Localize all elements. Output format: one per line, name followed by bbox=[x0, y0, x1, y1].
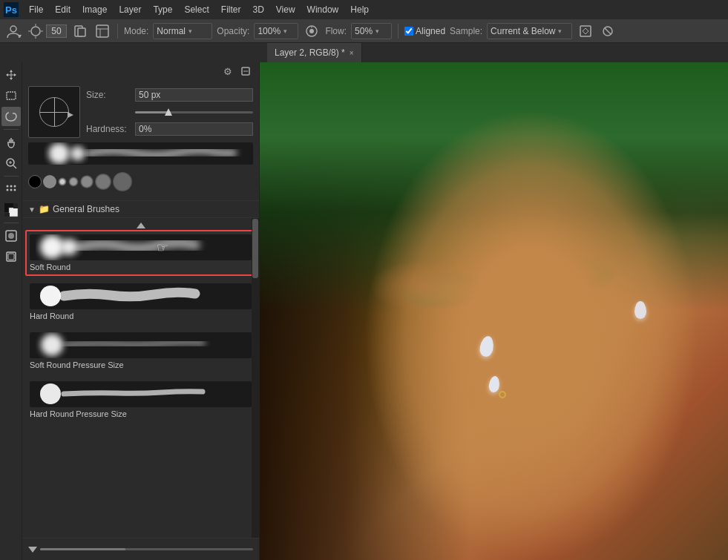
quick-mask-btn[interactable] bbox=[1, 226, 21, 246]
size-input[interactable]: 50 px bbox=[135, 88, 253, 102]
menu-file[interactable]: File bbox=[24, 3, 48, 16]
menu-layer[interactable]: Layer bbox=[114, 3, 146, 16]
swatch-md-soft[interactable] bbox=[68, 177, 79, 187]
airbrush-icon[interactable] bbox=[303, 22, 321, 40]
svg-point-24 bbox=[6, 185, 8, 188]
svg-point-46 bbox=[40, 383, 61, 404]
flow-label: Flow: bbox=[325, 26, 347, 36]
brush-settings-gear-icon[interactable]: ⚙ bbox=[220, 64, 235, 79]
brush-size-value[interactable]: 50 bbox=[46, 24, 67, 38]
sample-dropdown[interactable]: Current & Below ▾ bbox=[487, 23, 572, 39]
swatch-sm-soft[interactable] bbox=[58, 177, 67, 186]
brush-list-scrollbar[interactable] bbox=[252, 218, 259, 538]
brush-item-hard-pressure[interactable]: Hard Round Pressure Size bbox=[25, 377, 256, 423]
menu-3d[interactable]: 3D bbox=[247, 3, 269, 16]
sample-all-icon[interactable] bbox=[577, 22, 594, 40]
mode-dropdown[interactable]: Normal ▾ bbox=[153, 23, 212, 39]
rectangular-marquee-tool[interactable] bbox=[1, 86, 21, 105]
scroll-up-arrow[interactable] bbox=[137, 223, 145, 228]
size-slider-thumb bbox=[165, 108, 172, 116]
more-tools-btn[interactable] bbox=[1, 179, 21, 199]
flow-dropdown[interactable]: 50% ▾ bbox=[351, 23, 392, 39]
svg-point-35 bbox=[8, 233, 14, 239]
brush-preview-area: Size: 50 px bbox=[28, 86, 253, 138]
size-param-row: Size: 50 px bbox=[86, 88, 253, 102]
svg-rect-19 bbox=[7, 92, 16, 99]
aligned-checkbox[interactable] bbox=[404, 27, 413, 36]
brush-panel-top-icons: ⚙ bbox=[22, 62, 259, 80]
menu-filter[interactable]: Filter bbox=[216, 3, 246, 16]
tool-divider-3 bbox=[4, 223, 19, 223]
svg-rect-33 bbox=[13, 203, 18, 208]
svg-point-14 bbox=[309, 29, 314, 33]
ignore-adj-icon[interactable] bbox=[599, 22, 617, 40]
menu-select[interactable]: Select bbox=[179, 3, 214, 16]
toolbar: ▾ 50 Mode: Normal ▾ Opacity: 100% bbox=[0, 19, 728, 43]
brush-list: ☞ Soft Round Hard Round bbox=[22, 218, 259, 538]
svg-text:Ps: Ps bbox=[5, 4, 17, 16]
brush-item-soft-round[interactable]: ☞ Soft Round bbox=[25, 230, 256, 276]
screen-mode-btn[interactable] bbox=[1, 247, 21, 266]
user-icon-btn[interactable]: ▾ bbox=[4, 22, 22, 40]
swatch-soft-circle[interactable] bbox=[43, 175, 56, 188]
size-value: 50 px bbox=[139, 90, 160, 100]
hard-round-stroke-svg bbox=[36, 283, 214, 309]
menu-help[interactable]: Help bbox=[345, 3, 374, 16]
menu-type[interactable]: Type bbox=[148, 3, 177, 16]
brush-item-hard-round[interactable]: Hard Round bbox=[25, 279, 256, 325]
brush-swatches-row bbox=[28, 169, 253, 194]
swatch-black-square[interactable] bbox=[28, 175, 42, 188]
svg-point-40 bbox=[49, 143, 70, 164]
menu-view[interactable]: View bbox=[271, 3, 301, 16]
svg-rect-32 bbox=[4, 213, 10, 217]
move-tool[interactable] bbox=[1, 65, 21, 85]
swatch-lg-soft[interactable] bbox=[80, 175, 94, 188]
svg-point-3 bbox=[31, 27, 40, 36]
sample-label: Sample: bbox=[450, 26, 482, 36]
foreground-color[interactable] bbox=[1, 200, 21, 220]
svg-point-29 bbox=[13, 189, 16, 191]
scroll-up-area bbox=[25, 221, 256, 230]
clone-source-icon[interactable] bbox=[71, 22, 89, 40]
swatch-xxl-soft[interactable] bbox=[113, 172, 132, 191]
svg-point-26 bbox=[13, 185, 16, 188]
svg-point-27 bbox=[6, 189, 8, 191]
tab-title: Layer 2, RGB/8) * bbox=[275, 47, 345, 58]
size-param-label: Size: bbox=[86, 90, 131, 100]
sample-arrow-icon: ▾ bbox=[558, 27, 562, 35]
tool-divider-2 bbox=[4, 176, 19, 177]
opacity-dropdown[interactable]: 100% ▾ bbox=[254, 23, 298, 39]
svg-line-21 bbox=[13, 165, 16, 168]
menu-image[interactable]: Image bbox=[77, 3, 112, 16]
svg-point-28 bbox=[10, 189, 12, 191]
bottom-scroll-arrow[interactable] bbox=[28, 547, 37, 553]
folder-icon: 📁 bbox=[39, 204, 50, 214]
divider-1 bbox=[117, 24, 118, 39]
menu-window[interactable]: Window bbox=[302, 3, 344, 16]
bottom-slider[interactable] bbox=[40, 548, 253, 550]
svg-rect-37 bbox=[8, 254, 14, 260]
zoom-tool[interactable] bbox=[1, 154, 21, 173]
lasso-tool[interactable] bbox=[1, 107, 21, 126]
brush-panel-expand-icon[interactable] bbox=[238, 64, 253, 79]
size-slider[interactable] bbox=[135, 108, 253, 116]
svg-rect-10 bbox=[96, 25, 108, 37]
canvas-area[interactable] bbox=[260, 62, 728, 560]
brush-size-icon bbox=[27, 22, 45, 40]
brush-list-scrollbar-thumb[interactable] bbox=[252, 219, 258, 278]
preview-arrow bbox=[68, 112, 73, 118]
section-collapse-icon[interactable]: ▼ bbox=[28, 205, 36, 214]
aligned-checkbox-container: Aligned bbox=[404, 26, 445, 36]
swatch-xl-soft[interactable] bbox=[95, 174, 111, 190]
source-options-icon[interactable] bbox=[94, 22, 111, 40]
hand-tool[interactable] bbox=[1, 133, 21, 152]
brush-size-control: 50 bbox=[27, 22, 67, 40]
size-slider-row bbox=[86, 108, 253, 116]
teardrop-3 bbox=[634, 301, 646, 319]
menu-edit[interactable]: Edit bbox=[50, 3, 76, 16]
face-overlay bbox=[260, 62, 728, 560]
brush-item-soft-pressure[interactable]: Soft Round Pressure Size bbox=[25, 328, 256, 374]
document-tab[interactable]: Layer 2, RGB/8) * × bbox=[267, 43, 362, 62]
tab-close-btn[interactable]: × bbox=[350, 49, 354, 57]
hardness-input[interactable]: 0% bbox=[135, 122, 253, 136]
